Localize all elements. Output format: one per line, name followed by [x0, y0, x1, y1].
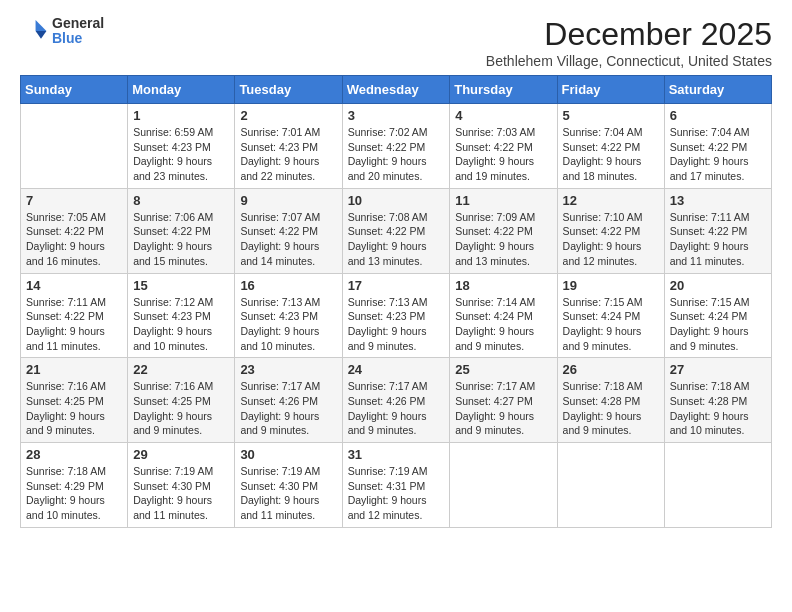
- calendar-week-3: 14Sunrise: 7:11 AMSunset: 4:22 PMDayligh…: [21, 273, 772, 358]
- cell-content: Sunrise: 7:02 AMSunset: 4:22 PMDaylight:…: [348, 125, 445, 184]
- calendar-cell-1-5: 4Sunrise: 7:03 AMSunset: 4:22 PMDaylight…: [450, 104, 557, 189]
- weekday-header-thursday: Thursday: [450, 76, 557, 104]
- title-block: December 2025 Bethlehem Village, Connect…: [486, 16, 772, 69]
- calendar-cell-3-5: 18Sunrise: 7:14 AMSunset: 4:24 PMDayligh…: [450, 273, 557, 358]
- day-number: 1: [133, 108, 229, 123]
- calendar-cell-4-4: 24Sunrise: 7:17 AMSunset: 4:26 PMDayligh…: [342, 358, 450, 443]
- day-number: 5: [563, 108, 659, 123]
- cell-content: Sunrise: 7:19 AMSunset: 4:30 PMDaylight:…: [133, 464, 229, 523]
- day-number: 30: [240, 447, 336, 462]
- day-number: 9: [240, 193, 336, 208]
- cell-content: Sunrise: 7:03 AMSunset: 4:22 PMDaylight:…: [455, 125, 551, 184]
- cell-content: Sunrise: 7:17 AMSunset: 4:26 PMDaylight:…: [348, 379, 445, 438]
- cell-content: Sunrise: 7:19 AMSunset: 4:30 PMDaylight:…: [240, 464, 336, 523]
- cell-content: Sunrise: 7:04 AMSunset: 4:22 PMDaylight:…: [563, 125, 659, 184]
- day-number: 27: [670, 362, 766, 377]
- calendar-cell-3-2: 15Sunrise: 7:12 AMSunset: 4:23 PMDayligh…: [128, 273, 235, 358]
- cell-content: Sunrise: 7:17 AMSunset: 4:26 PMDaylight:…: [240, 379, 336, 438]
- day-number: 13: [670, 193, 766, 208]
- weekday-header-monday: Monday: [128, 76, 235, 104]
- calendar-cell-4-2: 22Sunrise: 7:16 AMSunset: 4:25 PMDayligh…: [128, 358, 235, 443]
- cell-content: Sunrise: 7:06 AMSunset: 4:22 PMDaylight:…: [133, 210, 229, 269]
- cell-content: Sunrise: 7:09 AMSunset: 4:22 PMDaylight:…: [455, 210, 551, 269]
- day-number: 16: [240, 278, 336, 293]
- day-number: 15: [133, 278, 229, 293]
- cell-content: Sunrise: 7:12 AMSunset: 4:23 PMDaylight:…: [133, 295, 229, 354]
- calendar-cell-4-3: 23Sunrise: 7:17 AMSunset: 4:26 PMDayligh…: [235, 358, 342, 443]
- day-number: 14: [26, 278, 122, 293]
- calendar-cell-1-7: 6Sunrise: 7:04 AMSunset: 4:22 PMDaylight…: [664, 104, 771, 189]
- calendar-cell-5-7: [664, 443, 771, 528]
- cell-content: Sunrise: 7:13 AMSunset: 4:23 PMDaylight:…: [240, 295, 336, 354]
- day-number: 23: [240, 362, 336, 377]
- calendar-cell-5-4: 31Sunrise: 7:19 AMSunset: 4:31 PMDayligh…: [342, 443, 450, 528]
- cell-content: Sunrise: 7:14 AMSunset: 4:24 PMDaylight:…: [455, 295, 551, 354]
- logo-blue-text: Blue: [52, 31, 104, 46]
- calendar-cell-3-1: 14Sunrise: 7:11 AMSunset: 4:22 PMDayligh…: [21, 273, 128, 358]
- calendar-cell-5-6: [557, 443, 664, 528]
- cell-content: Sunrise: 7:05 AMSunset: 4:22 PMDaylight:…: [26, 210, 122, 269]
- weekday-header-wednesday: Wednesday: [342, 76, 450, 104]
- day-number: 3: [348, 108, 445, 123]
- calendar-cell-4-5: 25Sunrise: 7:17 AMSunset: 4:27 PMDayligh…: [450, 358, 557, 443]
- cell-content: Sunrise: 7:18 AMSunset: 4:28 PMDaylight:…: [670, 379, 766, 438]
- calendar-week-2: 7Sunrise: 7:05 AMSunset: 4:22 PMDaylight…: [21, 188, 772, 273]
- cell-content: Sunrise: 7:15 AMSunset: 4:24 PMDaylight:…: [563, 295, 659, 354]
- cell-content: Sunrise: 7:07 AMSunset: 4:22 PMDaylight:…: [240, 210, 336, 269]
- calendar-cell-1-3: 2Sunrise: 7:01 AMSunset: 4:23 PMDaylight…: [235, 104, 342, 189]
- calendar-cell-5-3: 30Sunrise: 7:19 AMSunset: 4:30 PMDayligh…: [235, 443, 342, 528]
- cell-content: Sunrise: 7:16 AMSunset: 4:25 PMDaylight:…: [133, 379, 229, 438]
- calendar-cell-5-5: [450, 443, 557, 528]
- weekday-header-tuesday: Tuesday: [235, 76, 342, 104]
- calendar-cell-3-7: 20Sunrise: 7:15 AMSunset: 4:24 PMDayligh…: [664, 273, 771, 358]
- day-number: 2: [240, 108, 336, 123]
- day-number: 26: [563, 362, 659, 377]
- cell-content: Sunrise: 7:08 AMSunset: 4:22 PMDaylight:…: [348, 210, 445, 269]
- calendar-cell-4-6: 26Sunrise: 7:18 AMSunset: 4:28 PMDayligh…: [557, 358, 664, 443]
- weekday-header-row: SundayMondayTuesdayWednesdayThursdayFrid…: [21, 76, 772, 104]
- cell-content: Sunrise: 7:18 AMSunset: 4:29 PMDaylight:…: [26, 464, 122, 523]
- day-number: 21: [26, 362, 122, 377]
- calendar-week-5: 28Sunrise: 7:18 AMSunset: 4:29 PMDayligh…: [21, 443, 772, 528]
- day-number: 22: [133, 362, 229, 377]
- calendar-cell-2-6: 12Sunrise: 7:10 AMSunset: 4:22 PMDayligh…: [557, 188, 664, 273]
- day-number: 10: [348, 193, 445, 208]
- calendar-cell-5-1: 28Sunrise: 7:18 AMSunset: 4:29 PMDayligh…: [21, 443, 128, 528]
- calendar-cell-2-5: 11Sunrise: 7:09 AMSunset: 4:22 PMDayligh…: [450, 188, 557, 273]
- weekday-header-saturday: Saturday: [664, 76, 771, 104]
- day-number: 24: [348, 362, 445, 377]
- calendar-cell-2-7: 13Sunrise: 7:11 AMSunset: 4:22 PMDayligh…: [664, 188, 771, 273]
- day-number: 31: [348, 447, 445, 462]
- day-number: 17: [348, 278, 445, 293]
- day-number: 18: [455, 278, 551, 293]
- cell-content: Sunrise: 7:11 AMSunset: 4:22 PMDaylight:…: [670, 210, 766, 269]
- day-number: 12: [563, 193, 659, 208]
- calendar-cell-2-4: 10Sunrise: 7:08 AMSunset: 4:22 PMDayligh…: [342, 188, 450, 273]
- weekday-header-friday: Friday: [557, 76, 664, 104]
- cell-content: Sunrise: 7:04 AMSunset: 4:22 PMDaylight:…: [670, 125, 766, 184]
- logo-icon: [20, 17, 48, 45]
- day-number: 4: [455, 108, 551, 123]
- calendar-table: SundayMondayTuesdayWednesdayThursdayFrid…: [20, 75, 772, 528]
- calendar-cell-3-6: 19Sunrise: 7:15 AMSunset: 4:24 PMDayligh…: [557, 273, 664, 358]
- weekday-header-sunday: Sunday: [21, 76, 128, 104]
- cell-content: Sunrise: 7:19 AMSunset: 4:31 PMDaylight:…: [348, 464, 445, 523]
- calendar-cell-1-6: 5Sunrise: 7:04 AMSunset: 4:22 PMDaylight…: [557, 104, 664, 189]
- calendar-title: December 2025: [486, 16, 772, 53]
- cell-content: Sunrise: 7:11 AMSunset: 4:22 PMDaylight:…: [26, 295, 122, 354]
- calendar-cell-1-2: 1Sunrise: 6:59 AMSunset: 4:23 PMDaylight…: [128, 104, 235, 189]
- calendar-cell-1-1: [21, 104, 128, 189]
- logo-general-text: General: [52, 16, 104, 31]
- day-number: 29: [133, 447, 229, 462]
- cell-content: Sunrise: 7:01 AMSunset: 4:23 PMDaylight:…: [240, 125, 336, 184]
- day-number: 20: [670, 278, 766, 293]
- day-number: 19: [563, 278, 659, 293]
- cell-content: Sunrise: 7:10 AMSunset: 4:22 PMDaylight:…: [563, 210, 659, 269]
- calendar-cell-2-1: 7Sunrise: 7:05 AMSunset: 4:22 PMDaylight…: [21, 188, 128, 273]
- day-number: 28: [26, 447, 122, 462]
- cell-content: Sunrise: 7:18 AMSunset: 4:28 PMDaylight:…: [563, 379, 659, 438]
- day-number: 8: [133, 193, 229, 208]
- calendar-cell-5-2: 29Sunrise: 7:19 AMSunset: 4:30 PMDayligh…: [128, 443, 235, 528]
- cell-content: Sunrise: 7:16 AMSunset: 4:25 PMDaylight:…: [26, 379, 122, 438]
- day-number: 25: [455, 362, 551, 377]
